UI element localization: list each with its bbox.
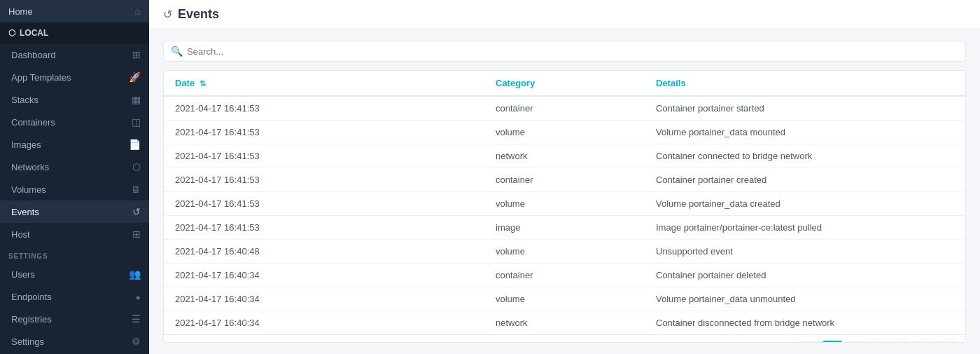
sidebar-item-dashboard[interactable]: Dashboard ⊞: [0, 43, 149, 66]
home-icon: ⌂: [135, 6, 141, 17]
sidebar-item-stacks[interactable]: Stacks ▦: [0, 88, 149, 111]
endpoints-icon: ⬥: [135, 291, 141, 302]
table-row: 2021-04-17 16:40:48 volume Unsupported e…: [164, 240, 965, 264]
sidebar-item-images[interactable]: Images 📄: [0, 133, 149, 156]
search-bar: 🔍: [163, 41, 966, 62]
page-2-button[interactable]: 2: [845, 341, 864, 343]
home-item[interactable]: Home ⌂: [0, 0, 149, 22]
per-page-select[interactable]: 10 25 50: [756, 342, 790, 343]
sidebar-item-settings[interactable]: Settings ⚙: [0, 330, 149, 353]
col-category-label: Category: [496, 78, 535, 88]
registries-icon: ☰: [132, 313, 141, 325]
sidebar-item-settings-label: Settings: [11, 336, 132, 347]
containers-icon: ◫: [132, 116, 141, 128]
table-body: 2021-04-17 16:41:53 container Container …: [164, 96, 965, 334]
sidebar: Home ⌂ ⬡ LOCAL Dashboard ⊞ App Templates…: [0, 0, 149, 354]
page-header: ↺ Events: [149, 0, 980, 29]
sidebar-item-events-label: Events: [11, 207, 132, 217]
sidebar-item-volumes[interactable]: Volumes 🖥: [0, 178, 149, 200]
table-header-row: Date ⇅ Category Details: [164, 71, 965, 96]
app-templates-icon: 🚀: [129, 72, 141, 83]
cell-category: volume: [484, 287, 645, 311]
cell-category: container: [484, 168, 645, 192]
page-header-icon: ↺: [163, 8, 172, 21]
sidebar-item-containers-label: Containers: [11, 117, 132, 128]
table-row: 2021-04-17 16:41:53 image Image portaine…: [164, 216, 965, 240]
sidebar-item-registries[interactable]: Registries ☰: [0, 308, 149, 330]
table-row: 2021-04-17 16:40:34 volume Volume portai…: [164, 287, 965, 311]
home-label: Home: [8, 6, 33, 17]
settings-icon: ⚙: [132, 336, 141, 347]
cell-date: 2021-04-17 16:40:34: [164, 311, 484, 335]
page-1-button[interactable]: 1: [822, 341, 842, 343]
page-3-button[interactable]: 3: [867, 341, 887, 343]
search-input[interactable]: [187, 46, 958, 57]
cell-date: 2021-04-17 16:40:34: [164, 287, 484, 311]
table-row: 2021-04-17 16:40:34 container Container …: [164, 264, 965, 287]
page-ellipsis: ...: [890, 341, 909, 343]
sidebar-item-containers[interactable]: Containers ◫: [0, 111, 149, 133]
events-icon: ↺: [132, 206, 141, 217]
cell-details: Container portainer deleted: [645, 264, 965, 287]
table-row: 2021-04-17 16:41:53 container Container …: [164, 168, 965, 192]
cell-date: 2021-04-17 16:40:34: [164, 264, 484, 287]
users-icon: 👥: [129, 268, 141, 280]
sidebar-item-dashboard-label: Dashboard: [11, 50, 132, 60]
cell-details: Volume portainer_data created: [645, 192, 965, 216]
table-row: 2021-04-17 16:41:53 network Container co…: [164, 144, 965, 168]
col-details: Details: [645, 71, 965, 96]
host-icon: ⊞: [132, 229, 141, 240]
page-14-button[interactable]: 14: [912, 341, 932, 343]
cell-date: 2021-04-17 16:41:53: [164, 96, 484, 121]
cell-details: Volume portainer_data mounted: [645, 121, 965, 144]
cell-category: volume: [484, 192, 645, 216]
sidebar-item-events[interactable]: Events ↺: [0, 200, 149, 223]
cell-details: Container connected to bridge network: [645, 144, 965, 168]
cell-details: Volume portainer_data unmounted: [645, 287, 965, 311]
col-date[interactable]: Date ⇅: [164, 71, 484, 96]
sidebar-item-volumes-label: Volumes: [11, 184, 131, 195]
next-page-button[interactable]: ›: [934, 341, 954, 343]
cell-date: 2021-04-17 16:41:53: [164, 121, 484, 144]
table-row: 2021-04-17 16:40:34 network Container di…: [164, 311, 965, 335]
cell-date: 2021-04-17 16:41:53: [164, 192, 484, 216]
pagination-bar: Items per page 10 25 50 ‹ 1 2 3 ... 14 ›: [164, 334, 965, 343]
sidebar-item-networks-label: Networks: [11, 162, 132, 172]
sidebar-item-host[interactable]: Host ⊞: [0, 223, 149, 245]
page-title: Events: [178, 7, 219, 22]
search-icon: 🔍: [171, 46, 183, 57]
sidebar-item-host-label: Host: [11, 229, 132, 240]
events-table: Date ⇅ Category Details 2021-04-17 16:41…: [164, 71, 965, 334]
cell-date: 2021-04-17 16:41:53: [164, 216, 484, 240]
sidebar-item-images-label: Images: [11, 139, 129, 150]
sidebar-item-endpoints[interactable]: Endpoints ⬥: [0, 285, 149, 308]
cell-details: Image portainer/portainer-ce:latest pull…: [645, 216, 965, 240]
env-label: LOCAL: [20, 28, 48, 38]
sidebar-item-users[interactable]: Users 👥: [0, 263, 149, 285]
stacks-icon: ▦: [132, 94, 141, 105]
cell-category: network: [484, 144, 645, 168]
col-category: Category: [484, 71, 645, 96]
cell-date: 2021-04-17 16:41:53: [164, 144, 484, 168]
sidebar-item-networks[interactable]: Networks ⬡: [0, 156, 149, 178]
cell-date: 2021-04-17 16:41:53: [164, 168, 484, 192]
networks-icon: ⬡: [132, 161, 141, 172]
sidebar-item-app-templates-label: App Templates: [11, 72, 129, 83]
sort-icon: ⇅: [200, 79, 206, 88]
cell-details: Container portainer created: [645, 168, 965, 192]
cell-category: image: [484, 216, 645, 240]
cell-details: Unsupported event: [645, 240, 965, 264]
col-details-label: Details: [656, 78, 686, 88]
cell-category: volume: [484, 240, 645, 264]
sidebar-item-app-templates[interactable]: App Templates 🚀: [0, 66, 149, 88]
environment-header[interactable]: ⬡ LOCAL: [0, 22, 149, 43]
sidebar-item-registries-label: Registries: [11, 314, 132, 325]
cell-category: volume: [484, 121, 645, 144]
cell-category: network: [484, 311, 645, 335]
prev-page-button[interactable]: ‹: [800, 341, 820, 343]
events-table-container: Date ⇅ Category Details 2021-04-17 16:41…: [163, 70, 966, 343]
dashboard-icon: ⊞: [132, 49, 141, 60]
cell-details: Container portainer started: [645, 96, 965, 121]
images-icon: 📄: [129, 139, 141, 150]
table-row: 2021-04-17 16:41:53 volume Volume portai…: [164, 121, 965, 144]
